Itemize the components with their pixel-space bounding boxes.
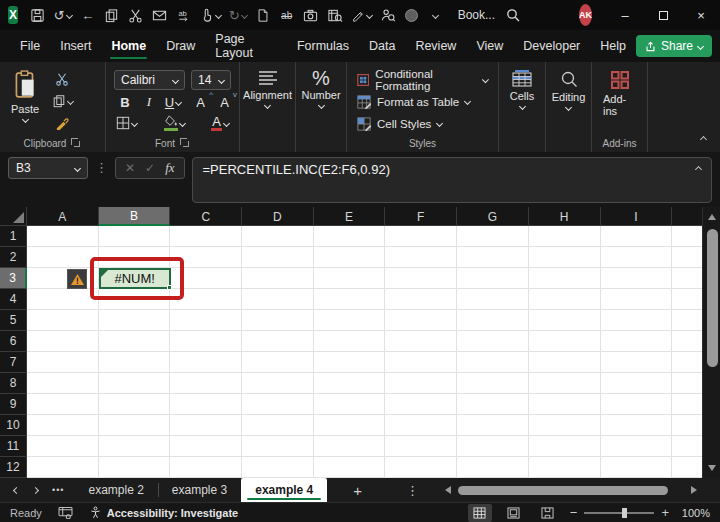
sheet-tab[interactable]: example 4	[241, 478, 327, 502]
normal-view-button[interactable]	[468, 504, 492, 522]
row-header[interactable]: 12	[0, 457, 27, 478]
column-header[interactable]: F	[385, 207, 457, 226]
grow-font-button[interactable]: A^	[194, 93, 212, 111]
column-header[interactable]: I	[601, 207, 673, 226]
new-file-icon[interactable]	[253, 4, 273, 26]
column-header[interactable]: B	[99, 207, 171, 226]
ribbon-tab[interactable]: Developer	[513, 30, 590, 62]
macro-record-button[interactable]	[58, 506, 73, 519]
dialog-launcher-icon[interactable]	[180, 138, 190, 148]
collapse-formula-bar-icon[interactable]	[695, 166, 702, 173]
insert-function-button[interactable]: fx	[165, 160, 174, 176]
camera-icon[interactable]	[301, 4, 321, 26]
number-button[interactable]: % Number	[294, 68, 347, 110]
find-replace-icon[interactable]: ab	[174, 4, 194, 26]
editing-button[interactable]: Editing	[545, 68, 593, 112]
cut-icon[interactable]	[126, 4, 146, 26]
prev-sheet-button[interactable]	[13, 486, 20, 493]
ribbon-tab[interactable]: Help	[590, 30, 636, 62]
paste-button[interactable]: Paste	[4, 68, 46, 124]
sheet-tab[interactable]: example 2	[74, 478, 157, 502]
conditional-formatting-button[interactable]: Conditional Formatting	[357, 70, 488, 89]
column-header[interactable]: A	[27, 207, 99, 226]
row-header[interactable]: 11	[0, 436, 27, 457]
row-header[interactable]: 8	[0, 373, 27, 394]
accessibility-status[interactable]: Accessibility: Investigate	[89, 506, 238, 519]
close-button[interactable]: ×	[682, 0, 720, 30]
all-sheets-button[interactable]: •••	[52, 485, 64, 495]
cut-button[interactable]	[50, 70, 74, 88]
underline-button[interactable]: U	[164, 93, 182, 111]
next-sheet-button[interactable]	[32, 486, 39, 493]
cells-button[interactable]: Cells	[503, 68, 541, 111]
row-header[interactable]: 10	[0, 415, 27, 436]
scroll-left-button[interactable]	[445, 486, 451, 494]
lookup-sheet-icon[interactable]	[325, 4, 345, 26]
touch-mode-icon[interactable]	[198, 4, 223, 26]
copy-icon[interactable]	[102, 4, 122, 26]
zoom-slider-thumb[interactable]	[622, 508, 627, 518]
row-header[interactable]: 6	[0, 331, 27, 352]
enter-button[interactable]: ✓	[145, 161, 155, 175]
row-header[interactable]: 3	[0, 268, 27, 289]
italic-button[interactable]: I	[140, 93, 158, 111]
copy-button[interactable]	[50, 92, 74, 110]
mail-icon[interactable]	[150, 4, 170, 26]
row-header[interactable]: 2	[0, 247, 27, 268]
sheet-tab[interactable]: example 3	[158, 478, 241, 502]
format-as-table-button[interactable]: Format as Table	[357, 92, 488, 111]
dialog-launcher-icon[interactable]	[71, 138, 81, 148]
sheet-options-button[interactable]: ⋮	[388, 478, 437, 502]
ribbon-tab[interactable]: Review	[405, 30, 466, 62]
error-checking-button[interactable]	[67, 269, 87, 289]
column-header[interactable]: D	[242, 207, 314, 226]
font-size-select[interactable]: 14	[191, 70, 231, 90]
ribbon-tab[interactable]: Home	[101, 30, 156, 62]
page-layout-view-button[interactable]	[502, 504, 526, 522]
vertical-scroll-thumb[interactable]	[707, 229, 718, 367]
horizontal-scrollbar[interactable]	[437, 478, 720, 502]
zoom-in-button[interactable]: +	[661, 505, 669, 520]
scroll-right-button[interactable]	[691, 486, 697, 494]
row-header[interactable]: 1	[0, 226, 27, 247]
column-header[interactable]: E	[314, 207, 386, 226]
page-break-view-button[interactable]	[536, 504, 560, 522]
person-search-icon[interactable]	[378, 4, 398, 26]
row-header[interactable]: 9	[0, 394, 27, 415]
new-sheet-button[interactable]: +	[327, 478, 388, 502]
qat-overflow-icon[interactable]	[426, 4, 446, 26]
row-header[interactable]: 5	[0, 310, 27, 331]
scroll-down-button[interactable]	[703, 460, 720, 476]
bold-button[interactable]: B	[116, 93, 134, 111]
column-header[interactable]: H	[529, 207, 601, 226]
strikethrough-icon[interactable]: ab	[277, 4, 297, 26]
horizontal-scroll-thumb[interactable]	[458, 486, 668, 495]
column-header[interactable]: G	[457, 207, 529, 226]
ribbon-tab[interactable]: View	[466, 30, 513, 62]
maximize-button[interactable]	[644, 0, 682, 30]
formula-input[interactable]: =PERCENTILE.INC(E2:F6,0.92)	[192, 157, 712, 203]
avatar[interactable]: AK	[579, 4, 592, 26]
cell-styles-button[interactable]: Cell Styles	[357, 114, 488, 133]
back-arrow-icon[interactable]: ←	[78, 4, 98, 26]
select-all-corner[interactable]	[0, 207, 27, 226]
scroll-up-button[interactable]	[703, 209, 720, 225]
minimize-button[interactable]: –	[606, 0, 644, 30]
alignment-button[interactable]: Alignment	[236, 68, 299, 110]
fill-color-button[interactable]	[164, 114, 185, 132]
cancel-button[interactable]: ✕	[125, 161, 135, 175]
ribbon-tab[interactable]: Page Layout	[205, 30, 287, 62]
column-header[interactable]: C	[170, 207, 242, 226]
ribbon-tab[interactable]: File	[10, 30, 50, 62]
font-name-select[interactable]: Calibri	[114, 70, 185, 90]
zoom-slider[interactable]	[584, 512, 654, 514]
ribbon-tab[interactable]: Formulas	[287, 30, 359, 62]
name-box[interactable]: B3	[8, 157, 88, 179]
addins-button[interactable]: Add-ins	[596, 68, 643, 119]
save-icon[interactable]	[28, 4, 48, 26]
undo-icon[interactable]: ↺	[52, 4, 74, 26]
ribbon-tab[interactable]: Draw	[156, 30, 205, 62]
zoom-out-button[interactable]: −	[570, 505, 578, 520]
vertical-scrollbar[interactable]	[702, 207, 720, 478]
row-header[interactable]: 7	[0, 352, 27, 373]
